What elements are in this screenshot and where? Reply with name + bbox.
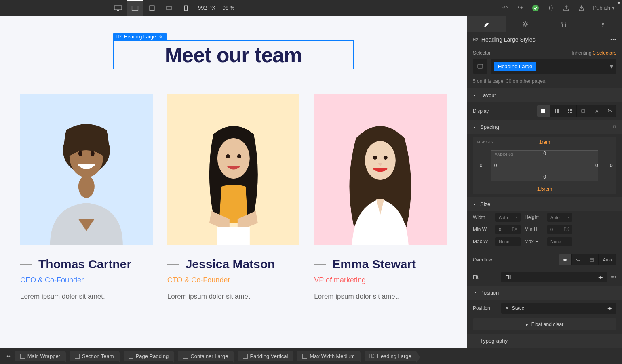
section-position[interactable]: Position [467,286,622,300]
overflow-scroll[interactable] [585,254,598,265]
gear-icon[interactable] [158,34,163,39]
state-selector[interactable] [473,59,487,74]
breadcrumb-item[interactable]: Page Padding [124,351,174,361]
breadcrumb-item[interactable]: Container Large [178,351,233,361]
breadcrumb-item[interactable]: Main Wrapper [15,351,65,361]
more-icon[interactable]: ••• [611,274,616,280]
margin-bottom[interactable]: 1.5rem [537,186,552,192]
tab-interactions[interactable] [545,16,584,32]
breakpoint-mobile[interactable] [178,0,194,16]
publish-button[interactable]: Publish ▾ [590,5,618,11]
height-input[interactable]: Auto- [547,213,572,222]
top-toolbar: ⋮ ★ 992 PX 98 % ↶ ↷ ⟨⟩ Publish ▾ [0,0,622,16]
tab-style[interactable] [467,16,506,32]
breakpoint-tablet[interactable] [144,0,160,16]
svg-point-8 [160,36,161,37]
inheriting-link[interactable]: 3 selectors [593,50,616,56]
breakpoint-mobile-landscape[interactable] [161,0,177,16]
minh-input[interactable]: 0PX [547,225,572,234]
member-name: Jessica Matson [186,257,275,271]
member-name: Thomas Cartner [38,257,131,271]
maxh-input[interactable]: None- [547,237,572,246]
display-none[interactable] [603,105,616,117]
display-inline[interactable]: |A| [590,105,603,117]
width-input[interactable]: Auto- [495,213,521,222]
spacing-editor[interactable]: MARGIN PADDING 1rem 1.5rem 0 0 0 0 0 0 [473,137,616,194]
more-icon[interactable]: ⋮ [93,0,109,16]
svg-point-19 [373,156,377,160]
selection-tag[interactable]: H2 Heading Large [113,33,167,41]
margin-left[interactable]: 0 [480,163,483,168]
svg-point-33 [564,259,566,261]
svg-point-7 [532,4,539,11]
svg-rect-4 [150,6,154,11]
svg-point-11 [78,151,82,156]
tab-settings[interactable] [506,16,545,32]
section-size[interactable]: Size [467,197,622,211]
team-card[interactable]: Thomas Cartner CEO & Co-Founder Lorem ip… [20,94,153,301]
padding-right[interactable]: 0 [595,163,598,168]
svg-point-15 [226,154,230,158]
display-block[interactable] [537,105,550,117]
selector-chip[interactable]: Heading Large [494,62,536,71]
code-icon[interactable]: ⟨⟩ [544,0,558,16]
overflow-hidden[interactable] [572,254,585,265]
team-card[interactable]: Jessica Matson CTO & Co-Founder Lorem ip… [167,94,300,301]
svg-rect-23 [541,109,545,113]
member-desc: Lorem ipsum dolor sit amet, [167,292,300,301]
minw-input[interactable]: 0PX [495,225,521,234]
status-ok-icon[interactable] [528,0,543,16]
section-layout[interactable]: Layout [467,88,622,102]
padding-bottom[interactable]: 0 [543,174,546,180]
display-flex[interactable] [550,105,563,117]
breakpoint-desktop-large[interactable] [110,0,126,16]
chevron-down-icon[interactable]: ▾ [610,63,613,70]
position-select[interactable]: ✕ Static◂▸ [501,303,616,314]
tab-effects[interactable] [583,16,622,32]
svg-rect-6 [185,6,188,11]
member-desc: Lorem ipsum dolor sit amet, [20,292,153,301]
redo-icon[interactable]: ↷ [513,0,527,16]
svg-rect-3 [134,11,135,11]
team-photo [20,94,153,245]
float-clear-button[interactable]: ▸ Float and clear [473,318,616,330]
svg-point-21 [524,23,527,25]
member-name: Emma Stewart [332,257,416,271]
svg-rect-26 [568,109,569,111]
member-role: CEO & Co-Founder [20,276,153,284]
margin-top[interactable]: 1rem [539,139,550,145]
overflow-visible[interactable] [559,254,571,265]
canvas-zoom[interactable]: 98 % [223,5,235,11]
team-card[interactable]: Emma Stewart VP of marketing Lorem ipsum… [314,94,447,301]
margin-right[interactable]: 0 [610,163,613,168]
fit-select[interactable]: Fill◂▸ [501,272,607,282]
undo-icon[interactable]: ↶ [498,0,512,16]
more-icon[interactable]: ••• [610,36,616,43]
section-typography[interactable]: Typography [467,334,622,348]
selected-heading[interactable]: Meet our team [113,40,354,69]
overflow-auto[interactable]: Auto [599,254,616,265]
breadcrumb-bar: ••• Main Wrapper Section Team Page Paddi… [0,348,467,364]
selector-input[interactable]: Heading Large ▾ [491,59,616,74]
member-role: VP of marketing [314,276,447,284]
padding-top[interactable]: 0 [543,151,546,156]
audit-icon[interactable] [574,0,589,16]
breadcrumb-item[interactable]: Padding Vertical [238,351,293,361]
svg-rect-5 [167,6,171,9]
breadcrumb-item[interactable]: Max Width Medium [297,351,359,361]
selector-label: Selector [473,50,491,56]
display-grid[interactable] [563,105,576,117]
spacing-expand-icon[interactable] [612,124,616,130]
design-canvas[interactable]: H2 Heading Large Meet our team Thomas C [0,16,467,348]
breakpoint-desktop[interactable]: ★ [127,0,143,16]
section-spacing[interactable]: Spacing [467,120,622,134]
breadcrumb-item[interactable]: H2Heading Large [365,351,416,361]
style-sidebar: H2 Heading Large Styles ••• Selector Inh… [467,16,622,364]
breadcrumb-item[interactable]: Section Team [70,351,119,361]
maxw-input[interactable]: None- [495,237,521,246]
padding-left[interactable]: 0 [494,163,497,168]
team-photo [314,94,447,245]
export-icon[interactable] [559,0,574,16]
canvas-width[interactable]: 992 PX [198,5,215,11]
display-inline-block[interactable] [577,105,590,117]
